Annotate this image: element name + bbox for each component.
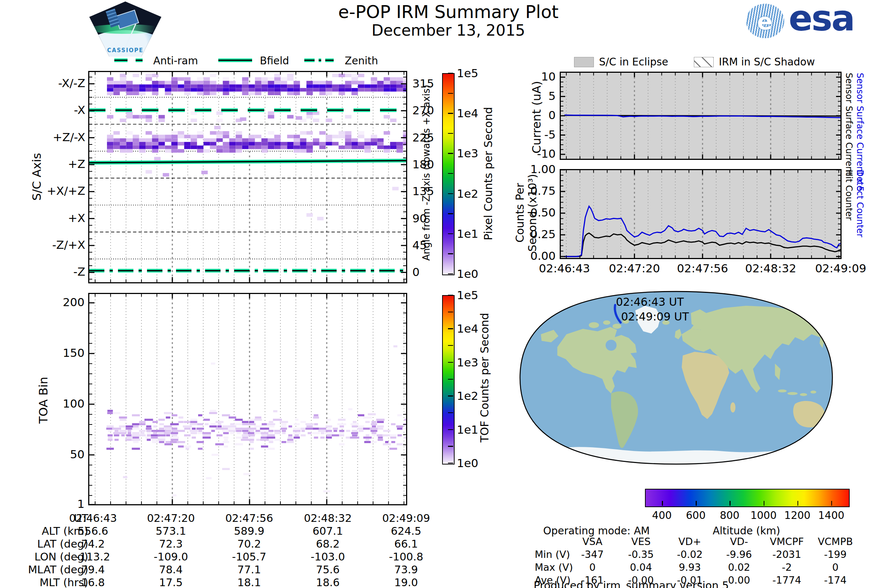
current-tick-label: -5 — [518, 128, 556, 141]
legend-shadow-label: IRM in S/C Shadow — [719, 56, 815, 68]
axis-left-label: -Z — [37, 265, 85, 278]
angle-tick-label: 270 — [412, 104, 434, 117]
current-tick-label: 10 — [518, 70, 556, 83]
ephemeris-cell: 78.4 — [132, 563, 210, 576]
toa-tick-label: 50 — [48, 448, 84, 461]
angle-tick-label: 45 — [412, 238, 427, 252]
colorbar-tick — [448, 173, 453, 174]
colorbar-tick — [448, 253, 453, 254]
tof-cb-tick-label: 1e1 — [457, 423, 478, 436]
ephemeris-cell: 19.0 — [368, 576, 445, 588]
esa-logo: e esa — [746, 3, 871, 40]
right-time-label: 02:48:32 — [736, 262, 806, 275]
right-time-label: 02:49:09 — [806, 262, 876, 275]
colorbar-tick — [448, 233, 453, 234]
colorbar-tick — [448, 463, 453, 464]
axis-left-label: +X/+Z — [37, 184, 85, 197]
ephemeris-cell: 556.6 — [54, 525, 132, 537]
altitude-tick-label: 1400 — [809, 509, 854, 522]
ephemeris-cell: 73.9 — [368, 563, 445, 576]
axis-left-label: +X — [37, 212, 85, 225]
pixel-cb-tick-label: 1e2 — [457, 187, 478, 200]
angle-tick-label: 315 — [412, 77, 434, 90]
tof-counts-colorbar — [442, 295, 454, 465]
cassiope-mission-patch: CASSIOPE — [85, 2, 165, 57]
colorbar-tick — [448, 412, 453, 413]
right-time-label: 02:47:56 — [668, 262, 738, 275]
axis-left-label: -X/-Z — [37, 76, 85, 90]
legend-zenith-label: Zenith — [345, 55, 378, 67]
ephemeris-cell: 74.2 — [54, 538, 132, 550]
volt-col-header: VCMPB — [806, 536, 865, 547]
left-legend-samples — [88, 54, 345, 66]
legend-bfield-label: Bfield — [260, 55, 289, 67]
ephemeris-cell: 02:47:20 — [132, 512, 210, 524]
current-tick-label: 5 — [518, 89, 556, 102]
colorbar-tick — [448, 379, 453, 380]
pixel-cb-tick-label: 1e1 — [457, 227, 478, 240]
axis-left-label: +Z — [37, 157, 85, 171]
ephemeris-cell: 02:46:43 — [54, 512, 132, 524]
volt-cell: -199 — [806, 549, 865, 560]
page-title: e-POP IRM Summary Plot — [257, 2, 639, 22]
hit-counter-label: Hit Counter — [844, 170, 854, 220]
colorbar-tick — [448, 328, 453, 329]
esa-wordmark: esa — [789, 0, 854, 39]
angle-tick-label: 135 — [412, 184, 434, 198]
detect-counter-label: Detect Counter — [855, 170, 865, 237]
irm-summary-page: CASSIOPE e-POP IRM Summary Plot December… — [0, 0, 882, 588]
ephemeris-cell: 18.1 — [211, 576, 288, 588]
ephemeris-cell: 70.2 — [211, 538, 288, 550]
pixel-cb-tick-label: 1e3 — [457, 147, 478, 160]
page-date: December 13, 2015 — [257, 21, 639, 39]
counts-tick-label: 1.00 — [518, 162, 556, 176]
pixel-counts-colorbar-title: Pixel Counts per Second — [482, 71, 495, 277]
volt-cell: -174 — [806, 574, 865, 586]
colorbar-tick — [448, 312, 453, 312]
legend-eclipse-label: S/C in Eclipse — [599, 56, 668, 68]
altitude-tick-mark — [831, 501, 832, 506]
ephemeris-cell: 68.2 — [289, 538, 366, 550]
pixel-cb-tick-label: 1e0 — [457, 267, 478, 280]
altitude-colorbar-label: Altitude (km) — [691, 525, 801, 537]
ephemeris-cell: 624.5 — [368, 525, 445, 537]
counts-tick-label: 0.25 — [518, 228, 556, 241]
axis-left-label: -Z/+X — [37, 238, 85, 251]
counts-tick-label: 0.50 — [518, 206, 556, 219]
ephemeris-cell: -105.7 — [211, 550, 288, 563]
colorbar-tick — [448, 395, 453, 396]
tof-cb-tick-label: 1e4 — [457, 322, 478, 335]
right-time-label: 02:46:43 — [530, 262, 599, 275]
colorbar-tick — [448, 345, 453, 346]
altitude-tick-mark — [662, 501, 663, 506]
colorbar-tick — [448, 133, 453, 134]
ephemeris-cell: 573.1 — [132, 525, 210, 537]
colorbar-tick — [448, 429, 453, 430]
tof-cb-tick-label: 1e5 — [457, 288, 478, 302]
colorbar-tick — [448, 295, 453, 296]
tof-cb-tick-label: 1e3 — [457, 356, 478, 369]
colorbar-tick — [448, 153, 453, 154]
colorbar-tick — [448, 113, 453, 114]
colorbar-tick — [448, 362, 453, 363]
toa-tick-label: 1 — [48, 497, 84, 510]
right-time-label: 02:47:20 — [599, 262, 669, 275]
tof-cb-tick-label: 1e0 — [457, 456, 478, 470]
ephemeris-cell: 02:48:32 — [289, 512, 366, 524]
legend-eclipse-swatch — [574, 57, 594, 67]
ephemeris-cell: -103.0 — [289, 550, 366, 563]
axis-left-label: -X — [37, 103, 85, 117]
altitude-tick-mark — [764, 501, 765, 506]
ephemeris-cell: -109.0 — [132, 550, 210, 563]
counts-tick-label: 0.00 — [518, 249, 556, 262]
esa-globe-e: e — [757, 8, 772, 35]
ephemeris-cell: 02:49:09 — [368, 512, 445, 524]
counter-rates-plot — [560, 169, 842, 259]
toa-tick-label: 200 — [48, 296, 84, 309]
sensor-surface-current-label: Sensor Surface Current — [844, 73, 854, 175]
angle-tick-label: 0 — [412, 266, 420, 279]
colorbar-tick — [448, 213, 453, 214]
ephemeris-cell: -100.8 — [368, 550, 445, 563]
ephemeris-cell: 77.1 — [211, 563, 288, 576]
tof-cb-tick-label: 1e2 — [457, 389, 478, 402]
